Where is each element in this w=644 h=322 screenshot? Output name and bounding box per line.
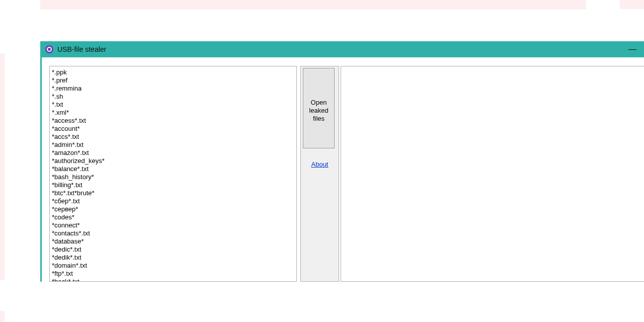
- about-link[interactable]: About: [311, 160, 329, 168]
- pattern-line[interactable]: *dedic*.txt: [52, 246, 294, 254]
- pattern-line[interactable]: *balance*.txt: [52, 165, 294, 173]
- client-area: *.ppk*.pref*.remmina*.sh*.txt*.xml**acce…: [40, 57, 644, 282]
- pattern-line[interactable]: *billing*.txt: [52, 181, 294, 189]
- pattern-line[interactable]: *.xml*: [52, 109, 294, 117]
- pattern-line[interactable]: *сервер*: [52, 205, 294, 213]
- pattern-line[interactable]: *.ppk: [52, 68, 294, 76]
- pattern-line[interactable]: *accs*.txt: [52, 133, 294, 141]
- pattern-line[interactable]: *hack*.txt: [52, 278, 294, 281]
- open-leaked-files-label: files: [303, 115, 334, 123]
- pattern-line[interactable]: *сбер*.txt: [52, 197, 294, 205]
- pattern-line[interactable]: *dedik*.txt: [52, 254, 294, 262]
- pattern-line[interactable]: *database*: [52, 237, 294, 246]
- open-leaked-files-label: leaked: [303, 107, 334, 115]
- pattern-line[interactable]: *domain*.txt: [52, 262, 294, 270]
- pattern-list-panel: *.ppk*.pref*.remmina*.sh*.txt*.xml**acce…: [49, 66, 297, 282]
- results-panel: [341, 66, 644, 282]
- pattern-list[interactable]: *.ppk*.pref*.remmina*.sh*.txt*.xml**acce…: [50, 66, 296, 281]
- minimize-button[interactable]: —: [626, 41, 639, 57]
- open-leaked-files-label: Open: [303, 99, 334, 107]
- pattern-line[interactable]: *connect*: [52, 221, 294, 229]
- pattern-line[interactable]: *.remmina: [52, 85, 294, 93]
- background-block: [0, 311, 5, 322]
- pattern-line[interactable]: *bash_history*: [52, 173, 294, 181]
- pattern-line[interactable]: *ftp*.txt: [52, 270, 294, 278]
- window-title: USB-file stealer: [57, 45, 106, 53]
- background-block: [0, 53, 5, 280]
- pattern-line[interactable]: *admin*.txt: [52, 141, 294, 149]
- pattern-line[interactable]: *btc*.txt*brute*: [52, 189, 294, 197]
- application-window: USB-file stealer — *.ppk*.pref*.remmina*…: [40, 41, 644, 282]
- pattern-line[interactable]: *.pref: [52, 76, 294, 85]
- pattern-line[interactable]: *.txt: [52, 101, 294, 109]
- pattern-line[interactable]: *amazon*.txt: [52, 149, 294, 157]
- pattern-line[interactable]: *authorized_keys*: [52, 157, 294, 165]
- side-controls-panel: Openleakedfiles About: [300, 66, 339, 282]
- app-icon: [45, 45, 53, 53]
- background-block: [40, 0, 586, 10]
- about-link-container: About: [301, 160, 339, 168]
- pattern-line[interactable]: *codes*: [52, 213, 294, 221]
- pattern-line[interactable]: *account*: [52, 125, 294, 133]
- open-leaked-files-button[interactable]: Openleakedfiles: [303, 68, 335, 148]
- title-bar[interactable]: USB-file stealer —: [40, 41, 644, 57]
- background-block: [620, 0, 644, 9]
- pattern-line[interactable]: *.sh: [52, 93, 294, 101]
- pattern-line[interactable]: *access*.txt: [52, 117, 294, 125]
- pattern-line[interactable]: *contacts*.txt: [52, 229, 294, 237]
